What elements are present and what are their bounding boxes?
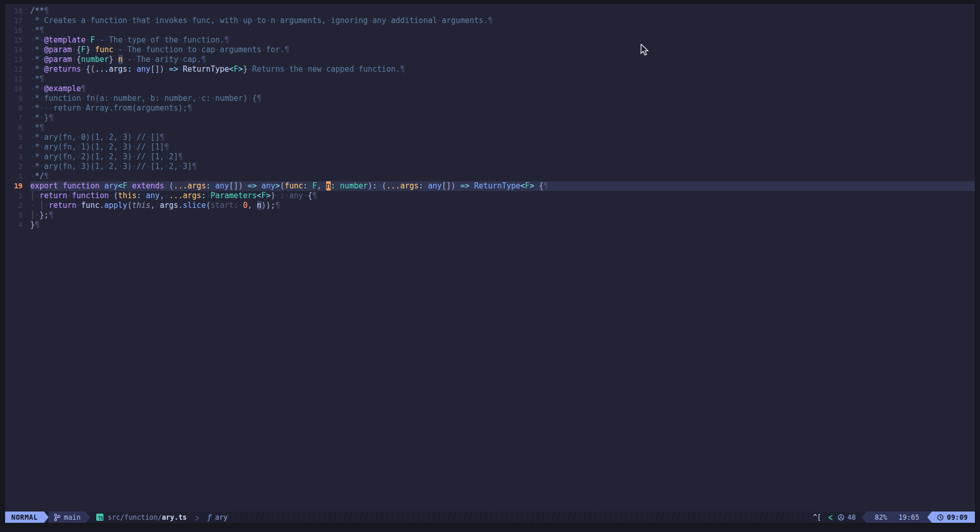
space-dot: · xyxy=(354,65,358,74)
eol-mark: ¶ xyxy=(49,210,53,220)
space-dot: · xyxy=(146,35,151,45)
code-line[interactable]: 5·*·ary(fn,·0)(1,·2,·3)·//·[]¶ xyxy=(5,133,975,142)
space-dot: · xyxy=(30,55,35,64)
code-line[interactable]: 15·*·@template·F·-·The·type·of·the·funct… xyxy=(5,35,975,45)
clock-icon xyxy=(937,514,944,521)
code-line[interactable]: 4}¶ xyxy=(5,220,975,230)
code-token: 2, xyxy=(109,152,118,161)
code-token: number xyxy=(81,55,109,64)
code-token: any xyxy=(146,191,160,200)
space-dot: · xyxy=(151,55,155,64)
code-line[interactable]: 12·*·@returns·{(...args:·any[])·=>·Retur… xyxy=(5,65,975,74)
code-line[interactable]: 14·*·@param·{F}·func·-·The·function·to·c… xyxy=(5,45,975,55)
space-dot: · xyxy=(127,16,132,25)
eol-mark: ¶ xyxy=(164,142,169,152)
code-token: return xyxy=(49,201,76,210)
code-line[interactable]: 1│·return·function·(this:·any,·...args:·… xyxy=(5,191,975,201)
space-dot: · xyxy=(72,55,76,64)
code-line-text: ·*·@param·{F}·func·-·The·function·to·cap… xyxy=(30,45,975,55)
space-dot: · xyxy=(30,103,35,113)
code-line[interactable]: 6·*¶ xyxy=(5,123,975,133)
code-token: arguments xyxy=(220,45,261,54)
space-dot: · xyxy=(132,152,137,161)
code-line[interactable]: 19export·function·ary<F·extends·(...args… xyxy=(5,181,975,191)
space-dot: · xyxy=(164,162,169,171)
eol-mark: ¶ xyxy=(49,113,53,122)
code-line[interactable]: 3│·};¶ xyxy=(5,210,975,220)
cursor-position: 19:65 xyxy=(899,513,920,521)
code-line[interactable]: 7·*·}¶ xyxy=(5,113,975,123)
code-token: the xyxy=(164,35,178,45)
code-token: } xyxy=(44,113,49,122)
code-line[interactable]: 8·*···return·Array.from(arguments);¶ xyxy=(5,103,975,113)
wheel-icon xyxy=(838,514,844,521)
space-dot: · xyxy=(39,35,44,45)
code-line[interactable]: 13·*·@param·{number}·n·-·The·arity·cap.¶ xyxy=(5,55,975,65)
code-line-text: ·*¶ xyxy=(30,123,975,133)
code-token: additional xyxy=(391,16,437,25)
code-token: - xyxy=(99,35,104,45)
space-dot: · xyxy=(178,65,183,74)
code-line[interactable]: 11·*¶ xyxy=(5,74,975,84)
space-dot: · xyxy=(257,181,262,190)
space-dot: · xyxy=(262,45,266,54)
code-line-text: ·*·}¶ xyxy=(30,113,975,123)
line-number: 1 xyxy=(5,172,30,181)
code-token: │ xyxy=(30,191,35,200)
code-token: * xyxy=(35,45,39,54)
code-line[interactable]: 17·*·Creates·a·function·that·invokes·fun… xyxy=(5,16,975,26)
space-dot: · xyxy=(210,94,215,103)
space-dot: · xyxy=(123,45,127,54)
code-line[interactable]: 18/**¶ xyxy=(5,6,975,16)
code-line[interactable]: 3·*·ary(fn,·2)(1,·2,·3)·//·[1,·2]¶ xyxy=(5,152,975,162)
code-token: ReturnType xyxy=(183,65,229,74)
code-token: * xyxy=(35,123,39,132)
code-line-text: /**¶ xyxy=(30,6,975,16)
code-line-text: ·*···return·Array.from(arguments);¶ xyxy=(30,103,975,113)
code-token: : xyxy=(137,191,141,200)
code-line[interactable]: 9·*·function·fn(a:·number,·b:·number,·c:… xyxy=(5,94,975,103)
code-token: func xyxy=(81,201,99,210)
code-token: any xyxy=(372,16,386,25)
code-token: 3) xyxy=(123,142,132,152)
code-token: * xyxy=(35,16,39,25)
statusline-right: ^[ < 48 82% 19:65 xyxy=(809,512,975,523)
code-token: invokes xyxy=(155,16,187,25)
line-number: 6 xyxy=(5,123,30,133)
code-token: 3)(1, xyxy=(81,162,104,171)
code-line[interactable]: 2· │·return·func.apply(this,·args.slice(… xyxy=(5,201,975,210)
code-line-text: ·*·@example¶ xyxy=(30,84,975,94)
code-line-text: ·*·function·fn(a:·number,·b:·number,·c:·… xyxy=(30,94,975,103)
mode-label: NORMAL xyxy=(11,513,38,521)
code-token: * xyxy=(35,65,39,74)
code-token: args xyxy=(160,201,178,210)
space-dot: · xyxy=(215,45,220,54)
space-dot: · xyxy=(326,16,331,25)
code-line[interactable]: 10·*·@example¶ xyxy=(5,84,975,94)
space-dot: · xyxy=(285,191,289,200)
code-token xyxy=(35,201,39,210)
space-dot: · xyxy=(247,65,252,74)
code-area[interactable]: 18/**¶17·*·Creates·a·function·that·invok… xyxy=(5,4,975,512)
code-line[interactable]: 2·*·ary(fn,·3)(1,·2,·3)·//·[1,·2,·3]¶ xyxy=(5,162,975,172)
code-line[interactable]: 1·*/¶ xyxy=(5,172,975,181)
space-dot: · xyxy=(141,191,146,200)
mode-indicator: NORMAL xyxy=(5,512,44,523)
space-dot: · xyxy=(164,65,169,74)
code-token: 1)(1, xyxy=(81,142,104,152)
space-dot: · xyxy=(104,142,109,152)
code-token: : xyxy=(127,65,132,74)
space-dot: · xyxy=(160,94,164,103)
space-dot: · xyxy=(187,16,192,25)
code-line[interactable]: 16·*¶ xyxy=(5,26,975,35)
code-token: number xyxy=(340,181,368,190)
space-dot: · xyxy=(146,162,151,171)
code-token: @returns xyxy=(44,65,81,74)
space-dot: · xyxy=(39,55,44,64)
space-dot: · xyxy=(437,16,442,25)
code-token: │ xyxy=(39,201,44,210)
code-line[interactable]: 4·*·ary(fn,·1)(1,·2,·3)·//·[1]¶ xyxy=(5,142,975,152)
space-dot: · xyxy=(160,35,164,45)
code-token: the xyxy=(289,65,303,74)
space-dot: · xyxy=(30,45,35,54)
